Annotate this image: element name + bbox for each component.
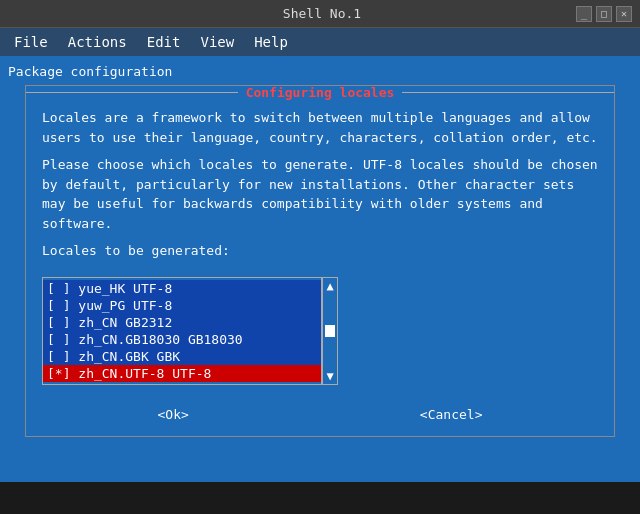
menubar: File Actions Edit View Help bbox=[0, 28, 640, 56]
scroll-up-arrow[interactable]: ▲ bbox=[326, 280, 333, 292]
scroll-down-arrow[interactable]: ▼ bbox=[326, 370, 333, 382]
menu-file[interactable]: File bbox=[4, 30, 58, 54]
titlebar-controls: _ □ ✕ bbox=[576, 6, 632, 22]
list-container: [ ] yue_HK UTF-8 [ ] yuw_PG UTF-8 [ ] zh… bbox=[42, 277, 598, 385]
list-item[interactable]: [ ] yue_HK UTF-8 bbox=[43, 280, 321, 297]
menu-edit[interactable]: Edit bbox=[137, 30, 191, 54]
dialog: Configuring locales Locales are a framew… bbox=[25, 85, 615, 437]
dialog-buttons: <Ok> <Cancel> bbox=[26, 393, 614, 436]
dialog-title-line-left bbox=[26, 92, 238, 93]
titlebar-title: Shell No.1 bbox=[68, 6, 576, 21]
dialog-title: Configuring locales bbox=[238, 85, 403, 100]
description-1: Locales are a framework to switch betwee… bbox=[42, 108, 598, 147]
menu-actions[interactable]: Actions bbox=[58, 30, 137, 54]
titlebar: Shell No.1 _ □ ✕ bbox=[0, 0, 640, 28]
dialog-title-bar: Configuring locales bbox=[26, 85, 614, 100]
dialog-body: Locales are a framework to switch betwee… bbox=[26, 104, 614, 269]
description-2: Please choose which locales to generate.… bbox=[42, 155, 598, 233]
list-header: Locales to be generated: bbox=[42, 241, 598, 261]
minimize-button[interactable]: _ bbox=[576, 6, 592, 22]
list-item[interactable]: [ ] yuw_PG UTF-8 bbox=[43, 297, 321, 314]
menu-help[interactable]: Help bbox=[244, 30, 298, 54]
scroll-thumb[interactable] bbox=[325, 325, 335, 337]
cancel-button[interactable]: <Cancel> bbox=[412, 405, 491, 424]
list-item[interactable]: [ ] zh_CN.GB18030 GB18030 bbox=[43, 331, 321, 348]
list-item[interactable]: [ ] zh_CN.GBK GBK bbox=[43, 348, 321, 365]
close-button[interactable]: ✕ bbox=[616, 6, 632, 22]
maximize-button[interactable]: □ bbox=[596, 6, 612, 22]
list-item-highlighted[interactable]: [*] zh_CN.UTF-8 UTF-8 bbox=[43, 365, 321, 382]
package-config-label: Package configuration bbox=[8, 64, 632, 79]
menu-view[interactable]: View bbox=[190, 30, 244, 54]
locale-list[interactable]: [ ] yue_HK UTF-8 [ ] yuw_PG UTF-8 [ ] zh… bbox=[42, 277, 322, 385]
scrollbar[interactable]: ▲ ▼ bbox=[322, 277, 338, 385]
list-item[interactable]: [ ] zh_CN GB2312 bbox=[43, 314, 321, 331]
dialog-title-line-right bbox=[402, 92, 614, 93]
terminal-area: Package configuration Configuring locale… bbox=[0, 56, 640, 482]
ok-button[interactable]: <Ok> bbox=[150, 405, 197, 424]
statusbar bbox=[0, 482, 640, 514]
